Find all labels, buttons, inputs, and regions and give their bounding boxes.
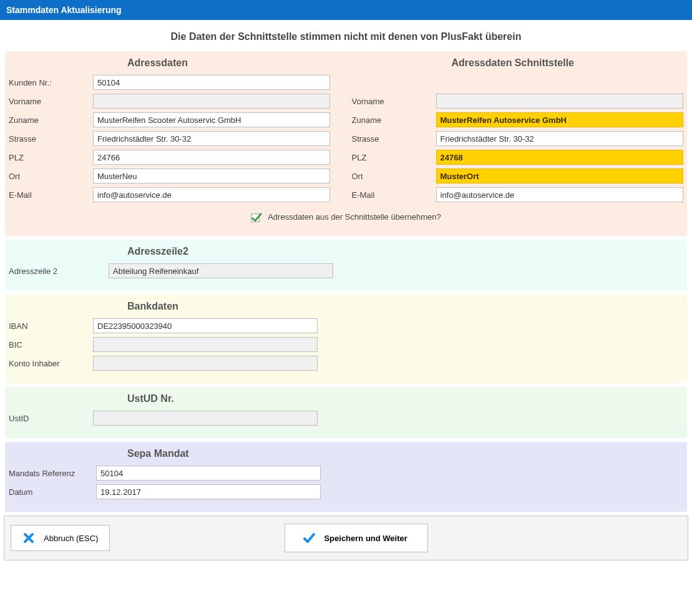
label-vorname-right: Vorname [352, 97, 436, 106]
label-iban: IBAN [9, 321, 93, 331]
save-button[interactable]: Speichern und Weiter [285, 524, 428, 552]
checkbox-apply-address-label: Adressdaten aus der Schnittstelle überne… [268, 212, 441, 222]
input-vorname-left[interactable] [93, 94, 330, 109]
section-sepa: Sepa Mandat Mandats Referenz Datum [5, 442, 687, 512]
input-address2[interactable] [109, 263, 333, 278]
address-heading-left: Adressdaten [127, 55, 341, 75]
input-zuname-right[interactable] [436, 112, 684, 127]
save-button-label: Speichern und Weiter [324, 534, 407, 543]
section-bank: Bankdaten IBAN BIC Konto Inhaber [5, 295, 687, 383]
input-kundennr[interactable] [93, 75, 330, 90]
label-kontoinhaber: Konto Inhaber [9, 359, 93, 368]
label-kundennr: Kunden Nr.: [9, 78, 93, 87]
cancel-button-label: Abbruch (ESC) [44, 534, 98, 543]
label-zuname-left: Zuname [9, 115, 93, 125]
input-email-left[interactable] [93, 187, 330, 202]
input-strasse-left[interactable] [93, 131, 330, 146]
dialog-footer: Abbruch (ESC) Speichern und Weiter [4, 516, 688, 560]
input-vorname-right[interactable] [436, 94, 684, 109]
label-ort-right: Ort [352, 172, 436, 181]
input-kontoinhaber[interactable] [93, 356, 318, 371]
label-sepa-datum: Datum [9, 487, 96, 497]
cancel-icon [22, 532, 35, 544]
input-bic[interactable] [93, 337, 318, 352]
section-ustid: UstUD Nr. UstID [5, 387, 687, 438]
bank-heading: Bankdaten [127, 298, 683, 318]
input-sepa-ref[interactable] [96, 466, 321, 481]
label-vorname-left: Vorname [9, 97, 93, 106]
input-ort-right[interactable] [436, 169, 684, 183]
cancel-button[interactable]: Abbruch (ESC) [11, 525, 110, 551]
address2-heading: Adresszeile2 [127, 243, 683, 263]
input-email-right[interactable] [436, 187, 684, 202]
label-email-left: E-Mail [9, 190, 93, 200]
label-bic: BIC [9, 340, 93, 350]
label-email-right: E-Mail [352, 190, 436, 200]
label-ort-left: Ort [9, 172, 93, 181]
section-address: Adressdaten Kunden Nr.: Vorname Zuname S… [5, 51, 687, 236]
label-address2: Adresszeile 2 [9, 266, 109, 276]
label-strasse-left: Strasse [9, 134, 93, 144]
label-plz-left: PLZ [9, 153, 93, 162]
window-title: Stammdaten Aktualisierung [0, 0, 692, 20]
input-plz-right[interactable] [436, 150, 684, 165]
label-sepa-ref: Mandats Referenz [9, 469, 96, 478]
input-iban[interactable] [93, 318, 318, 333]
label-ustid: UstID [9, 414, 93, 423]
section-address2: Adresszeile2 Adresszeile 2 [5, 240, 687, 291]
sepa-heading: Sepa Mandat [127, 446, 683, 466]
label-plz-right: PLZ [352, 153, 436, 162]
input-plz-left[interactable] [93, 150, 330, 165]
input-zuname-left[interactable] [93, 112, 330, 127]
input-sepa-datum[interactable] [96, 484, 321, 499]
mismatch-heading: Die Daten der Schnittstelle stimmen nich… [4, 24, 688, 47]
label-zuname-right: Zuname [352, 115, 436, 125]
input-strasse-right[interactable] [436, 131, 684, 146]
ust-heading: UstUD Nr. [127, 391, 683, 411]
input-ustid[interactable] [93, 411, 318, 426]
input-ort-left[interactable] [93, 169, 330, 183]
label-strasse-right: Strasse [352, 134, 436, 144]
address-heading-right: Adressdaten Schnittstelle [452, 55, 684, 75]
checkbox-apply-address[interactable] [251, 212, 262, 223]
check-icon [303, 532, 315, 544]
